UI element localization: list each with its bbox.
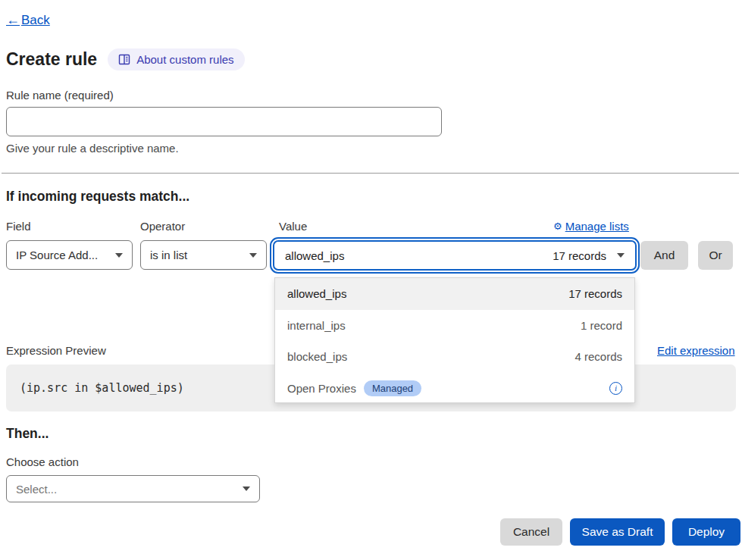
action-select-placeholder: Select... xyxy=(16,483,57,496)
value-select[interactable]: allowed_ips 17 records xyxy=(273,240,637,271)
rule-name-label: Rule name (required) xyxy=(6,89,114,102)
create-rule-page: ←Back Create rule About custom rules Rul… xyxy=(0,0,742,560)
list-name: blocked_ips xyxy=(287,350,347,363)
operator-label: Operator xyxy=(140,220,185,233)
chevron-down-icon xyxy=(249,253,257,258)
back-link[interactable]: ←Back xyxy=(6,12,50,28)
deploy-button[interactable]: Deploy xyxy=(672,518,740,546)
list-name: Open Proxies xyxy=(287,382,356,395)
manage-lists-label: Manage lists xyxy=(565,220,629,233)
value-label: Value xyxy=(279,220,307,233)
rule-name-helper-text: Give your rule a descriptive name. xyxy=(6,142,179,155)
cancel-button[interactable]: Cancel xyxy=(500,518,562,546)
operator-select[interactable]: is in list xyxy=(140,240,267,270)
dropdown-option-open-proxies[interactable]: Open Proxies Managed i xyxy=(275,373,634,405)
section-divider xyxy=(2,173,739,174)
list-record-count: 4 records xyxy=(575,350,622,363)
list-record-count: 17 records xyxy=(568,287,622,300)
or-button[interactable]: Or xyxy=(698,241,733,270)
page-title: Create rule xyxy=(6,49,97,70)
book-icon xyxy=(118,54,130,65)
operator-select-value: is in list xyxy=(150,249,187,261)
field-select[interactable]: IP Source Add... xyxy=(6,240,133,270)
value-select-selected: allowed_ips xyxy=(285,249,344,262)
dropdown-option-allowed-ips[interactable]: allowed_ips 17 records xyxy=(275,278,634,310)
and-button[interactable]: And xyxy=(640,241,688,270)
chevron-down-icon xyxy=(617,253,625,258)
field-select-value: IP Source Add... xyxy=(16,249,98,261)
save-as-draft-button[interactable]: Save as Draft xyxy=(570,518,665,546)
action-select[interactable]: Select... xyxy=(6,475,260,502)
chevron-down-icon xyxy=(243,486,250,491)
expression-code: (ip.src in $allowed_ips) xyxy=(20,381,184,395)
manage-lists-link[interactable]: ⚙ Manage lists xyxy=(553,220,635,233)
title-row: Create rule About custom rules xyxy=(6,48,245,70)
rule-name-input[interactable] xyxy=(6,107,442,136)
info-icon[interactable]: i xyxy=(609,382,622,395)
edit-expression-link[interactable]: Edit expression xyxy=(657,344,735,357)
list-name: allowed_ips xyxy=(287,287,346,300)
then-section-heading: Then... xyxy=(6,426,49,442)
list-name: internal_ips xyxy=(287,319,346,332)
value-dropdown-panel: allowed_ips 17 records internal_ips 1 re… xyxy=(274,277,635,403)
list-record-count: 1 record xyxy=(581,319,622,332)
about-custom-rules-link[interactable]: About custom rules xyxy=(108,48,244,70)
dropdown-option-internal-ips[interactable]: internal_ips 1 record xyxy=(275,310,634,342)
about-custom-rules-label: About custom rules xyxy=(136,53,233,66)
dropdown-option-blocked-ips[interactable]: blocked_ips 4 records xyxy=(275,341,634,373)
back-link-label: Back xyxy=(21,13,50,28)
managed-badge: Managed xyxy=(364,380,421,396)
gear-icon: ⚙ xyxy=(553,221,562,231)
chevron-down-icon xyxy=(115,253,123,258)
back-arrow-icon: ← xyxy=(6,12,20,28)
value-select-record-count: 17 records xyxy=(553,249,606,262)
field-label: Field xyxy=(6,220,31,233)
expression-preview-label: Expression Preview xyxy=(6,344,106,357)
match-section-heading: If incoming requests match... xyxy=(6,189,189,205)
choose-action-label: Choose action xyxy=(6,455,79,468)
